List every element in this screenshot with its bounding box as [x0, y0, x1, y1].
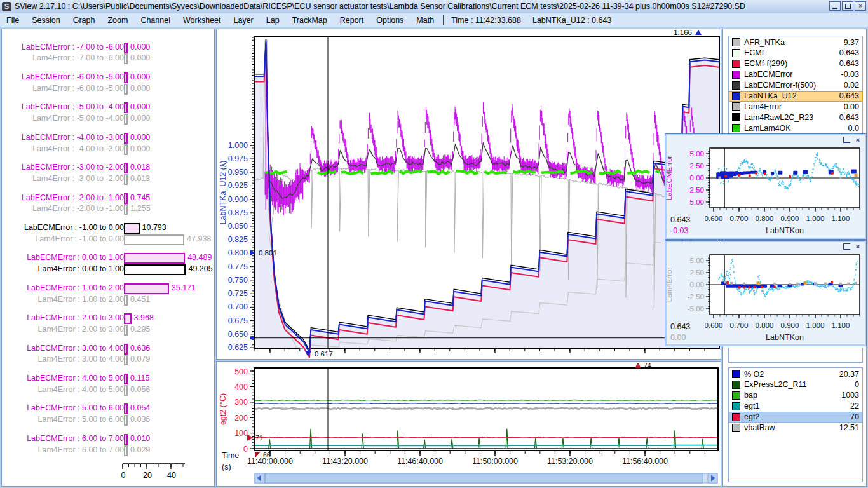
histogram-row: Lam4Error : 2.00 to 3.000.295: [7, 325, 210, 336]
svg-text:-2.50: -2.50: [688, 293, 704, 301]
svg-text:(s): (s): [222, 463, 231, 471]
svg-text:0.700: 0.700: [228, 302, 248, 311]
histogram-row: LabECMError : -2.00 to -1.000.745: [7, 193, 210, 204]
histogram-bin-label: LabECMError : -6.00 to -5.00: [7, 72, 124, 81]
maximize-icon[interactable]: [842, 136, 851, 144]
svg-text:11:56:40.000: 11:56:40.000: [622, 457, 668, 466]
histogram-bin-label: Lam4Error : 3.00 to 4.00: [7, 355, 124, 363]
channel-row-labntka-u12[interactable]: LabNTKa_U120.643: [729, 91, 862, 102]
svg-text:0.750: 0.750: [228, 276, 248, 285]
svg-text:0.801: 0.801: [259, 249, 277, 257]
svg-text:0.617: 0.617: [315, 350, 333, 358]
svg-text:0.800: 0.800: [756, 322, 774, 329]
histogram-row: LabECMError : -4.00 to -3.000.000: [7, 133, 210, 144]
histogram-bar: [124, 283, 169, 294]
histogram-row: Lam4Error : 1.00 to 2.000.451: [7, 295, 210, 306]
menu-item-worksheet[interactable]: Worksheet: [177, 15, 227, 26]
close-icon[interactable]: ×: [853, 136, 862, 144]
channel-value: -0.03: [841, 70, 862, 79]
channel-row-expressl2c-r11[interactable]: ExPressL2C_R110: [729, 379, 862, 390]
menu-item-zoom[interactable]: Zoom: [101, 15, 134, 26]
histogram-bin-label: LabECMError : 2.00 to 3.00: [7, 313, 124, 322]
histogram-bar: [124, 295, 128, 306]
channel-row-labecmerror-f-500-[interactable]: LabECMError-f(500)0.02: [729, 80, 862, 91]
svg-text:11:50:00.000: 11:50:00.000: [472, 457, 518, 466]
histogram-row: Lam4Error : -6.00 to -5.000.000: [7, 84, 210, 95]
histogram-bar: [124, 234, 184, 245]
menu-item-channel[interactable]: Channel: [134, 15, 177, 26]
histogram-bin-value: 0.000: [130, 102, 150, 111]
channel-row-lam4rawl2c-r23[interactable]: Lam4RawL2C_R230.643: [729, 112, 862, 123]
histogram-row: LabECMError : -5.00 to -4.000.000: [7, 102, 210, 113]
scatter-window-lam4error: × 5.002.500.00-2.50-5.00Lam4Error0.6000.…: [665, 240, 867, 346]
histogram-bin-label: LabECMError : 5.00 to 6.00: [7, 403, 124, 412]
histogram-bar: [124, 43, 128, 53]
svg-text:100: 100: [234, 429, 248, 438]
menu-item-graph[interactable]: Graph: [67, 15, 102, 26]
histogram-bar: [124, 325, 128, 336]
svg-text:Lam4Error: Lam4Error: [665, 268, 673, 302]
menu-item-layer[interactable]: Layer: [227, 15, 259, 26]
histogram-bin-label: LabECMError : 4.00 to 5.00: [7, 374, 124, 383]
menu-item-math[interactable]: Math: [410, 15, 440, 26]
channel-color-swatch: [732, 81, 740, 90]
channel-value: 0.643: [839, 113, 862, 122]
histogram-bin-value: 3.968: [134, 313, 154, 322]
svg-text:11:46:40.000: 11:46:40.000: [397, 457, 443, 466]
histogram-row: Lam4Error : 4.00 to 5.000.056: [7, 385, 210, 396]
scatter-plot-lam4error[interactable]: 5.002.500.00-2.50-5.00Lam4Error0.6000.70…: [665, 241, 866, 344]
channel-color-swatch: [732, 124, 740, 132]
channel-row-vbatraw[interactable]: vbatRaw12.51: [729, 423, 862, 433]
channel-color-swatch: [732, 71, 740, 79]
menu-item-report[interactable]: Report: [334, 15, 370, 26]
scatter-plot-labecmerror[interactable]: 5.002.500.00-2.50-5.00LabECMError0.6000.…: [665, 134, 866, 238]
svg-text:egt2 (°C): egt2 (°C): [219, 393, 227, 425]
menu-item-trackmap[interactable]: TrackMap: [286, 15, 334, 26]
channel-row-lam4error[interactable]: Lam4Error0.00: [729, 101, 862, 112]
channel-row-afr-ntka[interactable]: AFR_NTKa9.37: [729, 37, 862, 48]
channel-row-ecmf[interactable]: ECMf0.643: [729, 48, 862, 58]
histogram-bin-label: Lam4Error : 6.00 to 7.00: [7, 445, 124, 454]
svg-text:71: 71: [255, 434, 263, 442]
svg-text:66: 66: [263, 451, 271, 459]
channel-value: 0.643: [839, 59, 862, 68]
menu-item-lap[interactable]: Lap: [260, 15, 286, 26]
channel-row-ecmf-f-299-[interactable]: ECMf-f(299)0.643: [729, 58, 862, 69]
histogram-row: LabECMError : 3.00 to 4.000.636: [7, 344, 210, 355]
svg-text:0.600: 0.600: [705, 322, 723, 329]
channel-value: 20.37: [839, 370, 862, 379]
channel-row-labecmerror[interactable]: LabECMError-0.03: [729, 69, 862, 80]
svg-text:0.700: 0.700: [730, 322, 749, 329]
menu-item-session[interactable]: Session: [25, 15, 66, 26]
menu-item-options[interactable]: Options: [370, 15, 410, 26]
histogram-bin-label: LabECMError : -2.00 to -1.00: [7, 193, 124, 202]
histogram-row: LabECMError : 1.00 to 2.0035.171: [7, 283, 210, 294]
histogram-bin-value: 0.000: [130, 133, 150, 142]
time-scrollbar[interactable]: [255, 473, 717, 483]
close-icon[interactable]: ×: [853, 243, 862, 251]
channel-name: egt1: [744, 402, 850, 410]
maximize-icon[interactable]: [842, 243, 851, 251]
menu-item-file[interactable]: File: [0, 15, 25, 26]
svg-text:0.975: 0.975: [228, 154, 248, 163]
channel-value: 1003: [841, 391, 862, 400]
histogram-bin-label: LabECMError : -3.00 to -2.00: [7, 163, 124, 172]
main-lambda-chart[interactable]: 0.6250.6500.6750.7000.7250.7500.7750.800…: [217, 29, 721, 359]
close-button[interactable]: ×: [855, 1, 866, 11]
histogram-bin-value: 0.000: [130, 72, 150, 81]
egt-time-chart[interactable]: 0100200300400500egt2 (°C)11:40:00.00011:…: [217, 362, 721, 486]
channel-row-egt2[interactable]: egt270: [729, 412, 862, 423]
channel-row-lamlam4ok[interactable]: LamLam4OK0.0: [729, 123, 862, 133]
svg-text:0.00: 0.00: [670, 333, 686, 342]
channel-row-bap[interactable]: bap1003: [729, 390, 862, 401]
channel-row--o2[interactable]: % O220.37: [729, 369, 862, 379]
restore-button[interactable]: [842, 1, 853, 11]
channel-value: 0.643: [839, 48, 862, 57]
histogram-row: Lam4Error : -5.00 to -4.000.000: [7, 114, 210, 125]
minimize-button[interactable]: [829, 1, 841, 11]
channel-row-egt1[interactable]: egt122: [729, 401, 862, 412]
channel-color-swatch: [732, 92, 740, 100]
histogram-bin-label: LabECMError : -4.00 to -3.00: [7, 133, 124, 142]
svg-text:5.00: 5.00: [690, 257, 704, 264]
histogram-bar: [124, 102, 128, 113]
